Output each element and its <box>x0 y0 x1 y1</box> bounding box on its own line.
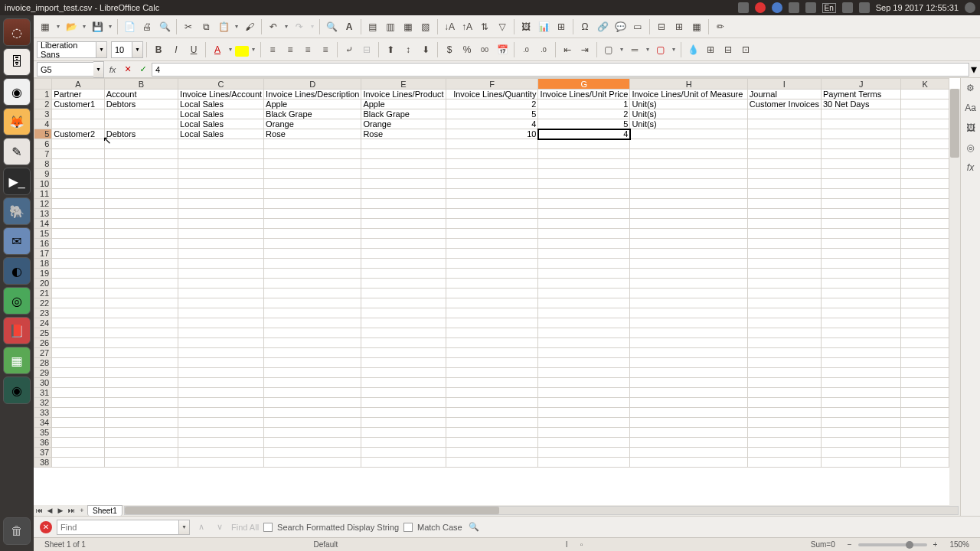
cell[interactable] <box>747 298 821 308</box>
row-header[interactable]: 22 <box>34 298 52 308</box>
cell[interactable]: Customer Invoices <box>747 99 821 109</box>
find-button[interactable]: 🔍 <box>323 18 340 35</box>
cell[interactable] <box>446 209 538 219</box>
cell[interactable] <box>361 209 446 219</box>
row-header[interactable]: 20 <box>34 279 52 289</box>
cell[interactable] <box>821 398 901 408</box>
cell[interactable] <box>630 378 747 388</box>
new-doc-menu[interactable]: ▾ <box>54 23 62 30</box>
cell[interactable] <box>747 149 821 159</box>
cell[interactable] <box>747 279 821 289</box>
cell[interactable] <box>361 408 446 418</box>
cell[interactable]: Orange <box>361 119 446 129</box>
sort-desc-button[interactable]: ↑A <box>459 18 475 35</box>
cell[interactable] <box>104 219 178 229</box>
cell[interactable] <box>264 338 361 348</box>
sort-button[interactable]: ⇅ <box>476 18 493 35</box>
cell[interactable] <box>747 189 821 199</box>
row-header[interactable]: 38 <box>34 458 52 468</box>
cell[interactable] <box>901 298 949 308</box>
cell[interactable]: Apple <box>264 99 361 109</box>
cell[interactable] <box>538 289 630 298</box>
cell[interactable]: 4 <box>446 119 538 129</box>
cell[interactable] <box>901 458 949 468</box>
cell[interactable] <box>264 358 361 368</box>
cell[interactable] <box>264 448 361 458</box>
cell[interactable] <box>821 298 901 308</box>
cell[interactable] <box>52 209 105 219</box>
cell[interactable] <box>901 199 949 209</box>
cell[interactable] <box>446 358 538 368</box>
insert-image-button[interactable]: 🖼 <box>518 18 534 35</box>
cell[interactable]: Invoice Lines/Account <box>178 90 264 99</box>
align-left-button[interactable]: ≡ <box>264 41 281 58</box>
cell[interactable] <box>52 408 105 418</box>
zoom-out-button[interactable]: − <box>841 540 858 549</box>
status-insert-mode[interactable]: I <box>560 540 574 549</box>
select-all-corner[interactable] <box>34 79 52 90</box>
cell[interactable] <box>821 318 901 328</box>
hp-icon[interactable] <box>772 2 782 13</box>
border-color-button[interactable]: ▢ <box>652 41 669 58</box>
zoom-value[interactable]: 150% <box>943 540 975 549</box>
cell[interactable]: Black Grape <box>361 109 446 119</box>
cell[interactable]: 2 <box>538 109 630 119</box>
cell[interactable] <box>630 428 747 438</box>
cell[interactable] <box>178 438 264 448</box>
find-matchcase-checkbox[interactable] <box>403 523 413 532</box>
tab-last-button[interactable]: ⏭ <box>66 505 77 516</box>
row-header[interactable]: 25 <box>34 328 52 338</box>
cell[interactable]: Journal <box>747 90 821 99</box>
cell[interactable] <box>104 189 178 199</box>
cell[interactable] <box>361 448 446 458</box>
cell[interactable] <box>821 269 901 279</box>
cell[interactable] <box>630 318 747 328</box>
cell[interactable] <box>104 249 178 259</box>
cell[interactable] <box>178 239 264 249</box>
cell[interactable] <box>52 239 105 249</box>
cell[interactable] <box>264 289 361 298</box>
cell[interactable] <box>821 348 901 358</box>
cell[interactable] <box>264 418 361 428</box>
freeze-button[interactable]: ⊟ <box>653 18 670 35</box>
cell[interactable] <box>178 229 264 239</box>
cell[interactable] <box>446 298 538 308</box>
number-button[interactable]: 00 <box>476 41 493 58</box>
cell[interactable] <box>821 189 901 199</box>
cell[interactable] <box>630 129 747 139</box>
cell[interactable] <box>52 149 105 159</box>
cell[interactable] <box>747 269 821 279</box>
find-search-button[interactable]: 🔍 <box>467 520 481 534</box>
cell[interactable] <box>630 358 747 368</box>
row-header[interactable]: 9 <box>34 169 52 179</box>
cell[interactable] <box>178 348 264 358</box>
cell[interactable] <box>178 179 264 189</box>
find-input[interactable] <box>57 520 179 535</box>
col-header[interactable]: F <box>446 79 538 90</box>
tab-prev-button[interactable]: ◀ <box>44 505 55 516</box>
lang-indicator[interactable]: En <box>822 3 836 13</box>
cell[interactable] <box>264 209 361 219</box>
font-size-combo[interactable]: 10 ▾ <box>111 41 143 58</box>
row-header[interactable]: 34 <box>34 418 52 428</box>
cell[interactable] <box>52 388 105 398</box>
cell[interactable] <box>52 418 105 428</box>
cell[interactable] <box>538 209 630 219</box>
cell[interactable] <box>747 398 821 408</box>
cell[interactable]: Payment Terms <box>821 90 901 99</box>
row-header[interactable]: 32 <box>34 398 52 408</box>
border-color-menu[interactable]: ▾ <box>670 46 678 53</box>
cell[interactable] <box>821 229 901 239</box>
cell[interactable] <box>446 259 538 269</box>
cell[interactable] <box>630 388 747 398</box>
hyperlink-button[interactable]: 🔗 <box>594 18 611 35</box>
merge-button[interactable]: ⊟ <box>358 41 375 58</box>
cell[interactable]: Customer2 <box>52 129 105 139</box>
cell[interactable] <box>901 239 949 249</box>
cell[interactable] <box>901 368 949 378</box>
status-sum[interactable]: Sum=0 <box>805 540 841 549</box>
cell[interactable] <box>901 219 949 229</box>
cell[interactable] <box>264 199 361 209</box>
cell[interactable] <box>361 229 446 239</box>
launcher-browser[interactable]: ◐ <box>3 257 31 285</box>
